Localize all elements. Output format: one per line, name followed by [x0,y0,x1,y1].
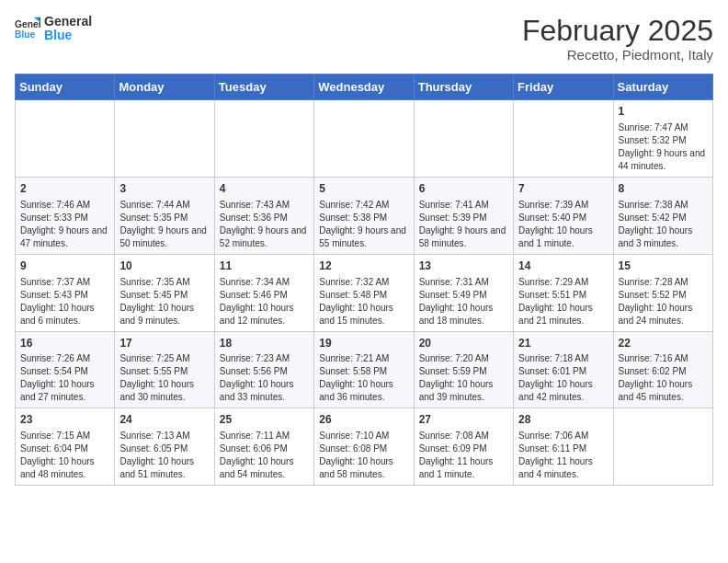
day-number: 18 [220,336,309,351]
svg-text:General: General [15,19,40,29]
day-number: 23 [20,412,109,428]
main-title: February 2025 [522,15,713,47]
calendar-week-3: 9Sunrise: 7:37 AM Sunset: 5:43 PM Daylig… [16,254,713,331]
calendar-cell: 24Sunrise: 7:13 AM Sunset: 6:05 PM Dayli… [115,408,214,486]
calendar-body: 1Sunrise: 7:47 AM Sunset: 5:32 PM Daylig… [16,100,713,486]
calendar-cell: 15Sunrise: 7:28 AM Sunset: 5:52 PM Dayli… [613,254,712,331]
calendar-cell: 9Sunrise: 7:37 AM Sunset: 5:43 PM Daylig… [16,254,115,331]
page-header: General Blue General Blue February 2025 … [15,15,713,63]
day-info: Sunrise: 7:34 AM Sunset: 5:46 PM Dayligh… [220,277,294,326]
calendar-cell: 26Sunrise: 7:10 AM Sunset: 6:08 PM Dayli… [314,408,414,486]
day-info: Sunrise: 7:06 AM Sunset: 6:11 PM Dayligh… [518,431,593,479]
calendar-cell [613,408,712,486]
header-cell-tuesday: Tuesday [214,75,313,100]
day-info: Sunrise: 7:32 AM Sunset: 5:48 PM Dayligh… [319,277,393,326]
day-number: 16 [20,336,109,351]
day-number: 1 [619,104,708,120]
calendar-week-1: 1Sunrise: 7:47 AM Sunset: 5:32 PM Daylig… [16,100,713,178]
calendar-cell: 14Sunrise: 7:29 AM Sunset: 5:51 PM Dayli… [514,254,613,331]
day-number: 8 [619,181,708,197]
day-number: 10 [119,259,209,274]
day-number: 5 [319,181,408,197]
calendar-cell: 4Sunrise: 7:43 AM Sunset: 5:36 PM Daylig… [214,177,313,254]
day-number: 11 [220,259,309,274]
day-info: Sunrise: 7:26 AM Sunset: 5:54 PM Dayligh… [20,353,95,402]
calendar-cell [16,100,115,178]
logo-icon: General Blue [15,16,40,41]
day-number: 12 [319,259,408,274]
day-info: Sunrise: 7:38 AM Sunset: 5:42 PM Dayligh… [619,200,693,248]
svg-text:Blue: Blue [15,30,36,40]
day-info: Sunrise: 7:23 AM Sunset: 5:56 PM Dayligh… [220,353,294,402]
calendar-week-4: 16Sunrise: 7:26 AM Sunset: 5:54 PM Dayli… [16,331,713,408]
day-number: 13 [419,259,508,274]
subtitle: Recetto, Piedmont, Italy [522,47,713,63]
day-info: Sunrise: 7:42 AM Sunset: 5:38 PM Dayligh… [319,200,406,248]
calendar-cell: 2Sunrise: 7:46 AM Sunset: 5:33 PM Daylig… [16,177,115,254]
calendar-cell: 13Sunrise: 7:31 AM Sunset: 5:49 PM Dayli… [414,254,513,331]
day-number: 24 [119,412,209,428]
calendar-cell [414,100,513,178]
day-number: 9 [20,259,109,274]
day-info: Sunrise: 7:29 AM Sunset: 5:51 PM Dayligh… [518,277,593,326]
logo-line2: Blue [44,29,92,42]
header-row: SundayMondayTuesdayWednesdayThursdayFrid… [16,75,713,100]
day-number: 6 [419,181,508,197]
day-number: 28 [518,412,608,428]
calendar-cell: 7Sunrise: 7:39 AM Sunset: 5:40 PM Daylig… [514,177,613,254]
day-number: 26 [319,412,408,428]
calendar-cell: 28Sunrise: 7:06 AM Sunset: 6:11 PM Dayli… [514,408,613,486]
header-cell-sunday: Sunday [16,75,115,100]
calendar-cell: 6Sunrise: 7:41 AM Sunset: 5:39 PM Daylig… [414,177,513,254]
calendar-cell: 11Sunrise: 7:34 AM Sunset: 5:46 PM Dayli… [214,254,313,331]
calendar-cell: 22Sunrise: 7:16 AM Sunset: 6:02 PM Dayli… [613,331,712,408]
day-number: 3 [119,181,209,197]
title-area: February 2025 Recetto, Piedmont, Italy [522,15,713,63]
day-info: Sunrise: 7:18 AM Sunset: 6:01 PM Dayligh… [518,353,593,402]
calendar-cell: 3Sunrise: 7:44 AM Sunset: 5:35 PM Daylig… [115,177,214,254]
day-info: Sunrise: 7:16 AM Sunset: 6:02 PM Dayligh… [619,353,693,402]
calendar-cell [115,100,214,178]
day-info: Sunrise: 7:44 AM Sunset: 5:35 PM Dayligh… [119,200,207,248]
day-info: Sunrise: 7:11 AM Sunset: 6:06 PM Dayligh… [220,431,294,479]
day-info: Sunrise: 7:13 AM Sunset: 6:05 PM Dayligh… [119,431,194,479]
day-number: 27 [419,412,508,428]
day-number: 14 [518,259,608,274]
calendar-cell: 5Sunrise: 7:42 AM Sunset: 5:38 PM Daylig… [314,177,414,254]
logo-line1: General [44,15,92,29]
day-info: Sunrise: 7:31 AM Sunset: 5:49 PM Dayligh… [419,277,494,326]
calendar-cell: 16Sunrise: 7:26 AM Sunset: 5:54 PM Dayli… [16,331,115,408]
calendar-cell: 19Sunrise: 7:21 AM Sunset: 5:58 PM Dayli… [314,331,414,408]
calendar-cell: 17Sunrise: 7:25 AM Sunset: 5:55 PM Dayli… [115,331,214,408]
day-info: Sunrise: 7:46 AM Sunset: 5:33 PM Dayligh… [20,200,108,248]
day-number: 15 [619,259,708,274]
day-number: 21 [518,336,608,351]
day-info: Sunrise: 7:35 AM Sunset: 5:45 PM Dayligh… [119,277,194,326]
day-number: 7 [518,181,608,197]
header-cell-saturday: Saturday [613,75,712,100]
day-info: Sunrise: 7:15 AM Sunset: 6:04 PM Dayligh… [20,431,95,479]
day-number: 19 [319,336,408,351]
day-info: Sunrise: 7:47 AM Sunset: 5:32 PM Dayligh… [619,122,706,171]
day-number: 22 [619,336,708,351]
calendar-cell: 23Sunrise: 7:15 AM Sunset: 6:04 PM Dayli… [16,408,115,486]
day-number: 4 [220,181,309,197]
header-cell-monday: Monday [115,75,214,100]
day-number: 2 [20,181,109,197]
calendar-cell: 18Sunrise: 7:23 AM Sunset: 5:56 PM Dayli… [214,331,313,408]
calendar-cell: 21Sunrise: 7:18 AM Sunset: 6:01 PM Dayli… [514,331,613,408]
day-info: Sunrise: 7:08 AM Sunset: 6:09 PM Dayligh… [419,431,494,479]
header-cell-friday: Friday [514,75,613,100]
day-number: 20 [419,336,508,351]
calendar-cell: 12Sunrise: 7:32 AM Sunset: 5:48 PM Dayli… [314,254,414,331]
day-info: Sunrise: 7:37 AM Sunset: 5:43 PM Dayligh… [20,277,95,326]
calendar-cell: 10Sunrise: 7:35 AM Sunset: 5:45 PM Dayli… [115,254,214,331]
day-number: 17 [119,336,209,351]
calendar-cell [214,100,313,178]
calendar-cell [514,100,613,178]
calendar-cell: 1Sunrise: 7:47 AM Sunset: 5:32 PM Daylig… [613,100,712,178]
header-cell-wednesday: Wednesday [314,75,414,100]
calendar-week-2: 2Sunrise: 7:46 AM Sunset: 5:33 PM Daylig… [16,177,713,254]
day-info: Sunrise: 7:39 AM Sunset: 5:40 PM Dayligh… [518,200,593,248]
calendar-table: SundayMondayTuesdayWednesdayThursdayFrid… [15,74,713,486]
